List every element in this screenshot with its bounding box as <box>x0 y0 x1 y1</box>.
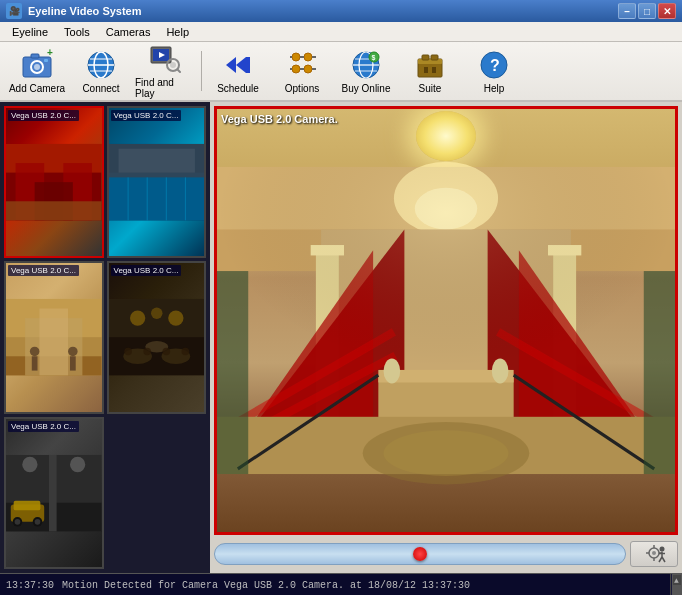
connect-button[interactable]: Connect <box>70 45 132 97</box>
svg-rect-69 <box>70 357 76 371</box>
svg-rect-38 <box>418 59 442 64</box>
help-button[interactable]: ? Help <box>463 45 525 97</box>
ptz-button[interactable] <box>630 541 678 567</box>
add-camera-button[interactable]: + Add Camera <box>6 45 68 97</box>
main-content: Vega USB 2.0 C... Vega USB 2.0 C... <box>0 102 682 573</box>
menu-eyeline[interactable]: Eyeline <box>4 24 56 40</box>
toolbar-separator-1 <box>201 51 202 91</box>
svg-point-23 <box>304 65 312 73</box>
main-camera-frame: Vega USB 2.0 Camera. <box>214 106 678 535</box>
log-scrollbar: ▲ ▼ <box>670 574 682 595</box>
svg-rect-51 <box>6 201 102 220</box>
staircase-scene <box>217 109 675 532</box>
find-and-play-icon <box>149 43 181 75</box>
svg-point-122 <box>652 551 656 555</box>
add-camera-icon: + <box>21 49 53 81</box>
cam5-label: Vega USB 2.0 C... <box>8 421 79 432</box>
svg-line-131 <box>662 557 665 562</box>
svg-point-90 <box>22 457 37 472</box>
app-icon: 🎥 <box>6 3 22 19</box>
options-label: Options <box>285 83 319 94</box>
svg-point-87 <box>15 519 21 525</box>
svg-rect-4 <box>44 59 48 62</box>
cam2-label: Vega USB 2.0 C... <box>111 110 182 121</box>
buy-online-icon: $ <box>350 49 382 81</box>
log-area: 13:37:30Motion Detected for Camera Vega … <box>0 573 682 595</box>
suite-label: Suite <box>419 83 442 94</box>
camera-thumb-2[interactable]: Vega USB 2.0 C... <box>107 106 207 258</box>
log-time: 13:37:30 <box>6 578 54 593</box>
menu-help[interactable]: Help <box>158 24 197 40</box>
help-icon: ? <box>478 49 510 81</box>
menu-tools[interactable]: Tools <box>56 24 98 40</box>
svg-rect-53 <box>109 173 205 221</box>
buy-online-label: Buy Online <box>342 83 391 94</box>
playback-position[interactable] <box>413 547 427 561</box>
svg-point-77 <box>151 308 162 319</box>
maximize-button[interactable]: □ <box>638 3 656 19</box>
find-and-play-button[interactable]: Find and Play <box>134 45 196 97</box>
svg-point-127 <box>660 547 665 552</box>
connect-label: Connect <box>82 83 119 94</box>
svg-point-16 <box>170 62 176 68</box>
svg-point-66 <box>30 347 40 357</box>
main-view: Vega USB 2.0 Camera. <box>210 102 682 573</box>
schedule-icon <box>222 49 254 81</box>
svg-text:+: + <box>47 49 53 58</box>
svg-point-76 <box>168 311 183 326</box>
svg-text:?: ? <box>490 57 500 74</box>
minimize-button[interactable]: – <box>618 3 636 19</box>
cam3-label: Vega USB 2.0 C... <box>8 265 79 276</box>
menu-bar: Eyeline Tools Cameras Help <box>0 22 682 42</box>
svg-rect-55 <box>118 149 194 173</box>
help-label: Help <box>484 83 505 94</box>
svg-rect-40 <box>431 55 438 60</box>
options-button[interactable]: Options <box>271 45 333 97</box>
menu-cameras[interactable]: Cameras <box>98 24 159 40</box>
window-controls: – □ ✕ <box>618 3 676 19</box>
buy-online-button[interactable]: $ Buy Online <box>335 45 397 97</box>
suite-icon <box>414 49 446 81</box>
svg-rect-41 <box>424 67 428 73</box>
close-button[interactable]: ✕ <box>658 3 676 19</box>
main-camera-label: Vega USB 2.0 Camera. <box>221 113 338 125</box>
title-bar: 🎥 Eyeline Video System – □ ✕ <box>0 0 682 22</box>
svg-line-15 <box>178 70 181 73</box>
svg-text:$: $ <box>372 54 376 62</box>
svg-rect-92 <box>49 455 57 531</box>
svg-marker-17 <box>226 57 236 73</box>
camera-thumb-3[interactable]: Vega USB 2.0 C... <box>4 261 104 413</box>
svg-point-68 <box>68 347 78 357</box>
app-title: Eyeline Video System <box>28 5 142 17</box>
svg-point-20 <box>292 53 300 61</box>
schedule-label: Schedule <box>217 83 259 94</box>
svg-point-21 <box>304 53 312 61</box>
svg-rect-19 <box>246 57 250 73</box>
scroll-up-button[interactable]: ▲ <box>672 574 682 586</box>
find-and-play-label: Find and Play <box>135 77 195 99</box>
svg-point-2 <box>34 64 40 70</box>
camera-thumb-1[interactable]: Vega USB 2.0 C... <box>4 106 104 258</box>
controls-bar <box>214 539 678 569</box>
suite-button[interactable]: Suite <box>399 45 461 97</box>
svg-point-89 <box>35 519 41 525</box>
svg-point-80 <box>162 348 170 356</box>
log-message: Motion Detected for Camera Vega USB 2.0 … <box>62 578 470 593</box>
log-entries: 13:37:30Motion Detected for Camera Vega … <box>6 578 676 595</box>
svg-rect-85 <box>14 500 41 510</box>
playback-track[interactable] <box>214 543 626 565</box>
svg-point-91 <box>70 457 85 472</box>
camera-thumb-4[interactable]: Vega USB 2.0 C... <box>107 261 207 413</box>
camera-thumb-5[interactable]: Vega USB 2.0 C... <box>4 417 104 569</box>
svg-point-81 <box>181 348 189 356</box>
svg-rect-120 <box>217 167 675 474</box>
schedule-button[interactable]: Schedule <box>207 45 269 97</box>
svg-point-79 <box>143 348 151 356</box>
cam1-label: Vega USB 2.0 C... <box>8 110 79 121</box>
svg-point-22 <box>292 65 300 73</box>
options-icon <box>286 49 318 81</box>
svg-rect-3 <box>31 54 39 58</box>
log-entry: 13:37:30Motion Detected for Camera Vega … <box>6 578 676 593</box>
svg-rect-67 <box>32 357 38 371</box>
svg-rect-65 <box>39 309 68 376</box>
